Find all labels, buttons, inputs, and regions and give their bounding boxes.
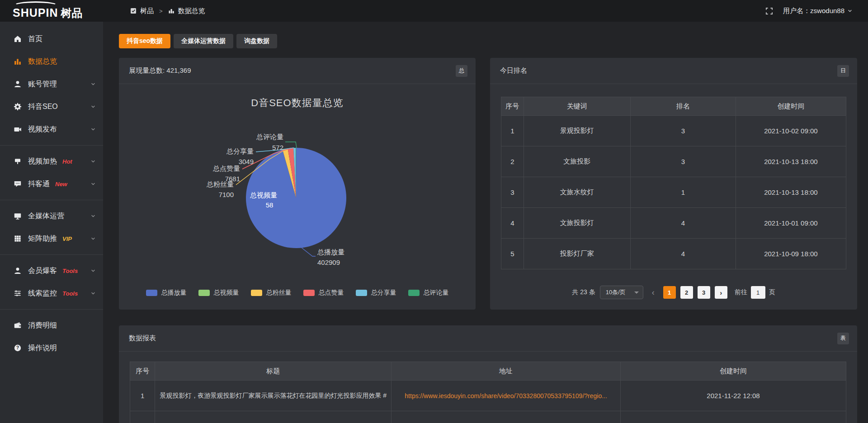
svg-text:?: ?: [16, 345, 19, 350]
legend-item[interactable]: 总分享量: [356, 289, 396, 297]
menu-divider: [0, 200, 103, 200]
cell-index: 2: [501, 146, 524, 177]
wallet-icon: [14, 321, 22, 329]
sidebar-item-media-operation[interactable]: 全媒体运营: [0, 205, 103, 227]
cell-created: [621, 411, 846, 423]
table-row: 5 投影灯厂家 4 2021-10-09 18:00: [501, 239, 846, 269]
sidebar-item-label: 数据总览: [28, 57, 57, 66]
sidebar-item-account[interactable]: 账号管理: [0, 73, 103, 95]
report-panel-header: 数据报表 表: [119, 325, 857, 352]
seo-pie-chart[interactable]: 总播放量402909总视频量58总粉丝量7100总点赞量7681总分享量3049…: [119, 85, 476, 310]
heater-icon: [14, 157, 22, 165]
goto-page-input[interactable]: [751, 286, 765, 299]
page-size-select[interactable]: 10条/页: [600, 286, 643, 299]
pie-label-line: [285, 142, 297, 148]
chevron-down-icon: [847, 8, 853, 14]
chevron-down-icon: [90, 291, 96, 296]
legend-label: 总粉丝量: [266, 289, 292, 297]
report-table: 序号 标题 地址 创建时间 1 景观投影灯，夜游景观投影灯厂家展示展示落花灯在花…: [130, 362, 846, 423]
gear-icon: [14, 103, 22, 111]
table-row: 4 文旅投影灯 4 2021-10-01 09:00: [501, 208, 846, 239]
home-icon: [14, 35, 22, 43]
sidebar-item-video-publish[interactable]: 视频发布: [0, 118, 103, 141]
sidebar-item-lead-monitor[interactable]: 线索监控 Tools: [0, 282, 103, 305]
legend-label: 总视频量: [214, 289, 239, 297]
prev-page-button[interactable]: ‹: [648, 286, 659, 299]
pie-label: 572: [272, 144, 283, 151]
breadcrumb-current[interactable]: 数据总览: [178, 7, 205, 15]
col-rank: 排名: [631, 97, 736, 116]
pie-label: 总点赞量: [212, 164, 240, 172]
cell-url: [392, 411, 621, 423]
sidebar-item-video-heat[interactable]: 视频加热 Hot: [0, 150, 103, 173]
page-button-1[interactable]: 1: [663, 286, 676, 299]
cell-index: 1: [501, 116, 524, 146]
sidebar-item-label: 矩阵助推: [28, 234, 57, 244]
table-row: 2 文旅投影 3 2021-10-13 18:00: [501, 146, 846, 177]
legend-item[interactable]: 总粉丝量: [251, 289, 292, 297]
next-page-button[interactable]: ›: [715, 286, 727, 299]
rank-table: 序号 关键词 排名 创建时间 1 景观投影灯 3 2021-10-02 09:0…: [501, 97, 846, 269]
pie-label: 58: [266, 201, 274, 209]
cell-title: [155, 411, 392, 423]
sidebar-item-matrix-boost[interactable]: 矩阵助推 VIP: [0, 227, 103, 250]
chevron-down-icon: [90, 104, 96, 109]
overview-panel-header: 展现量总数: 421,369 总: [119, 58, 476, 84]
user-menu[interactable]: 用户名：zswodun88: [783, 7, 853, 15]
sidebar-item-doketong[interactable]: 抖客通 New: [0, 173, 103, 195]
data-tabs: 抖音seo数据 全媒体运营数据 询盘数据: [119, 34, 277, 48]
day-badge-button[interactable]: 日: [837, 65, 849, 77]
legend-swatch-icon: [251, 290, 262, 296]
page-button-3[interactable]: 3: [698, 286, 710, 299]
tab-media-operation-data[interactable]: 全媒体运营数据: [174, 34, 233, 48]
cell-created: 2021-11-22 12:08: [621, 381, 846, 411]
chevron-down-icon: [90, 159, 96, 164]
sidebar-item-label: 视频发布: [28, 125, 57, 134]
sidebar-item-label: 会员爆客: [28, 266, 57, 276]
cell-index: 1: [130, 381, 155, 411]
sidebar-item-help[interactable]: ? 操作说明: [0, 337, 103, 359]
legend-item[interactable]: 总点赞量: [303, 289, 344, 297]
cell-rank: 4: [631, 208, 736, 239]
cell-created: 2021-10-13 18:00: [736, 177, 846, 208]
sidebar-item-expense-detail[interactable]: 消费明细: [0, 314, 103, 337]
legend-label: 总评论量: [424, 289, 449, 297]
breadcrumb: 树品 > 数据总览: [130, 7, 205, 15]
total-badge-button[interactable]: 总: [456, 65, 467, 77]
table-badge-button[interactable]: 表: [837, 333, 849, 344]
user-icon: [14, 80, 22, 88]
tab-douyin-seo-data[interactable]: 抖音seo数据: [119, 34, 170, 48]
legend-item[interactable]: 总视频量: [198, 289, 239, 297]
breadcrumb-root[interactable]: 树品: [140, 7, 154, 15]
cell-rank: 1: [631, 177, 736, 208]
legend-label: 总点赞量: [319, 289, 344, 297]
table-row: 1 景观投影灯 3 2021-10-02 09:00: [501, 116, 846, 146]
grid-icon: [14, 235, 22, 243]
breadcrumb-root-icon: [130, 8, 137, 14]
sidebar-item-label: 视频加热: [28, 157, 57, 166]
menu-divider: [0, 145, 103, 146]
sidebar-item-data-overview[interactable]: 数据总览: [0, 50, 103, 73]
cell-keyword: 文旅投影灯: [524, 208, 631, 239]
sidebar-item-member-burst[interactable]: 会员爆客 Tools: [0, 259, 103, 282]
pie-chart-area: D音SEO数据量总览 总播放量402909总视频量58总粉丝量7100总点赞量7…: [119, 85, 476, 310]
video-link[interactable]: https://www.iesdouyin.com/share/video/70…: [405, 392, 607, 400]
col-title: 标题: [155, 362, 392, 381]
page-button-2[interactable]: 2: [680, 286, 693, 299]
cell-index: 4: [501, 208, 524, 239]
monitor-icon: [14, 212, 22, 220]
sidebar-item-home[interactable]: 首页: [0, 28, 103, 50]
legend-swatch-icon: [198, 290, 210, 296]
cell-rank: 4: [631, 239, 736, 269]
fullscreen-icon[interactable]: [765, 7, 773, 15]
tab-inquiry-data[interactable]: 询盘数据: [236, 34, 277, 48]
page-size-value: 10条/页: [606, 288, 626, 296]
cell-title: 景观投影灯，夜游景观投影灯厂家展示展示落花灯在花园里的灯光投影应用效果 #: [155, 381, 392, 411]
sidebar-item-label: 消费明细: [28, 321, 57, 330]
cell-index: 5: [501, 239, 524, 269]
legend-label: 总播放量: [161, 289, 187, 297]
sidebar-item-douyin-seo[interactable]: 抖音SEO: [0, 95, 103, 118]
legend-item[interactable]: 总播放量: [146, 289, 187, 297]
legend-item[interactable]: 总评论量: [408, 289, 449, 297]
breadcrumb-separator: >: [159, 8, 163, 14]
